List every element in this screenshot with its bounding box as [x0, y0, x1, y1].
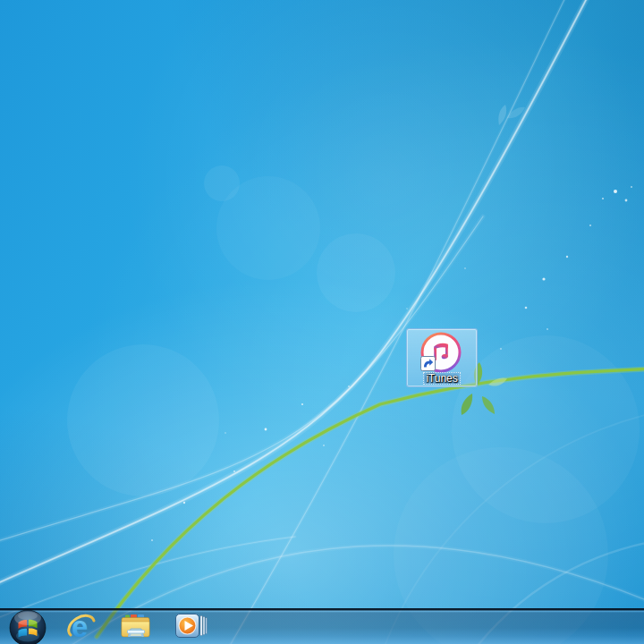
start-button[interactable] — [4, 608, 53, 644]
taskbar-item-internet-explorer[interactable]: e — [53, 608, 108, 644]
wallpaper — [0, 0, 644, 644]
desktop-icon-label: iTunes — [423, 372, 461, 385]
taskbar-item-windows-explorer[interactable] — [108, 608, 164, 644]
media-player-icon — [174, 612, 208, 640]
wallpaper-artwork — [0, 0, 644, 644]
desktop-icon-label-row: iTunes — [407, 369, 477, 386]
folder-icon — [119, 611, 153, 641]
svg-text:e: e — [72, 610, 88, 642]
windows-logo-icon — [9, 609, 47, 644]
taskbar: e — [0, 608, 644, 644]
internet-explorer-icon: e — [64, 610, 97, 642]
desktop[interactable]: iTunes — [0, 0, 644, 644]
desktop-icon-itunes[interactable]: iTunes — [406, 328, 478, 387]
taskbar-item-media-player[interactable] — [164, 608, 219, 644]
